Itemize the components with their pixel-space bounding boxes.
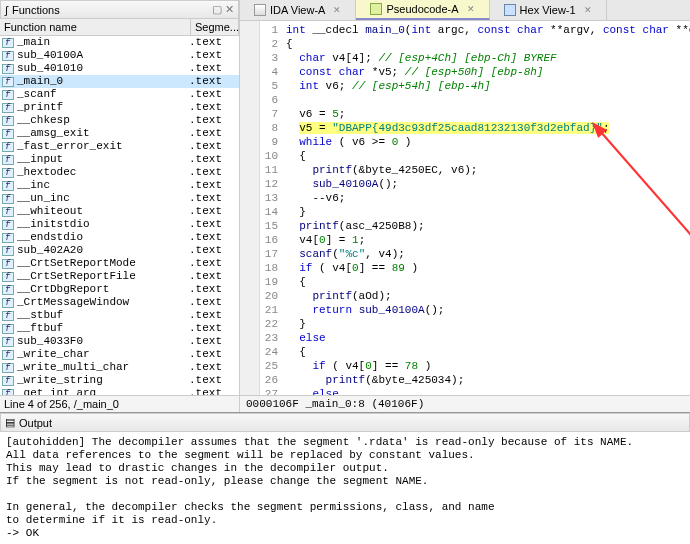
functions-panel: ∫ Functions ▢ ✕ Function name Segme... _… — [0, 0, 240, 412]
tab-close-icon[interactable]: ✕ — [333, 5, 341, 15]
function-row[interactable]: __chkesp.text — [0, 114, 239, 127]
code-area[interactable]: 1234567891011121314151617181920212223242… — [240, 21, 690, 395]
pseudo-icon — [370, 3, 382, 15]
function-icon — [2, 337, 14, 347]
functions-title-bar: ∫ Functions ▢ ✕ — [0, 0, 239, 19]
breakpoint-gutter[interactable] — [240, 21, 260, 395]
function-row[interactable]: _main.text — [0, 36, 239, 49]
functions-title: Functions — [12, 4, 60, 16]
function-icon — [2, 363, 14, 373]
function-icon — [2, 207, 14, 217]
ida-icon — [254, 4, 266, 16]
output-panel: ▤ Output [autohidden] The decompiler ass… — [0, 412, 690, 544]
function-row[interactable]: _printf.text — [0, 101, 239, 114]
function-row[interactable]: _fast_error_exit.text — [0, 140, 239, 153]
function-icon — [2, 259, 14, 269]
function-icon — [2, 64, 14, 74]
function-icon — [2, 77, 14, 87]
output-title: Output — [19, 417, 52, 429]
function-row[interactable]: __endstdio.text — [0, 231, 239, 244]
function-icon — [2, 311, 14, 321]
function-row[interactable]: sub_40100A.text — [0, 49, 239, 62]
functions-status: Line 4 of 256, /_main_0 — [0, 395, 239, 412]
functions-list[interactable]: _main.textsub_40100A.textsub_401010.text… — [0, 36, 239, 395]
function-row[interactable]: __input.text — [0, 153, 239, 166]
function-row[interactable]: __un_inc.text — [0, 192, 239, 205]
function-icon — [2, 90, 14, 100]
output-text[interactable]: [autohidden] The decompiler assumes that… — [0, 432, 690, 544]
hex-icon — [504, 4, 516, 16]
function-row[interactable]: __inc.text — [0, 179, 239, 192]
function-row[interactable]: _get_int_arg.text — [0, 387, 239, 395]
tab-pseudocode-a[interactable]: Pseudocode-A✕ — [356, 0, 489, 20]
function-icon — [2, 142, 14, 152]
function-row[interactable]: _hextodec.text — [0, 166, 239, 179]
function-row[interactable]: __CrtSetReportFile.text — [0, 270, 239, 283]
code-lines[interactable]: int __cdecl main_0(int argc, const char … — [282, 21, 690, 395]
function-icon — [2, 38, 14, 48]
function-row[interactable]: sub_401010.text — [0, 62, 239, 75]
tab-close-icon[interactable]: ✕ — [584, 5, 592, 15]
function-icon — [2, 220, 14, 230]
tab-ida-view-a[interactable]: IDA View-A✕ — [240, 0, 356, 20]
function-row[interactable]: _CrtMessageWindow.text — [0, 296, 239, 309]
line-numbers: 1234567891011121314151617181920212223242… — [260, 21, 282, 395]
function-icon — [2, 324, 14, 334]
function-icon — [2, 298, 14, 308]
function-row[interactable]: __CrtDbgReport.text — [0, 283, 239, 296]
right-panel: IDA View-A✕Pseudocode-A✕Hex View-1✕ 1234… — [240, 0, 690, 412]
col-segment[interactable]: Segme... — [191, 19, 239, 35]
function-row[interactable]: sub_4033F0.text — [0, 335, 239, 348]
function-icon — [2, 51, 14, 61]
output-icon: ▤ — [5, 416, 15, 429]
function-row[interactable]: _scanf.text — [0, 88, 239, 101]
view-tabs: IDA View-A✕Pseudocode-A✕Hex View-1✕ — [240, 0, 690, 21]
function-icon — [2, 168, 14, 178]
close-icon[interactable]: ▢ ✕ — [212, 3, 234, 16]
function-row[interactable]: __ftbuf.text — [0, 322, 239, 335]
function-row[interactable]: _write_string.text — [0, 374, 239, 387]
function-icon — [2, 181, 14, 191]
functions-icon: ∫ — [5, 4, 8, 16]
function-icon — [2, 246, 14, 256]
function-row[interactable]: __whiteout.text — [0, 205, 239, 218]
function-row[interactable]: __initstdio.text — [0, 218, 239, 231]
function-row[interactable]: __CrtSetReportMode.text — [0, 257, 239, 270]
function-row[interactable]: __stbuf.text — [0, 309, 239, 322]
function-icon — [2, 272, 14, 282]
functions-column-header[interactable]: Function name Segme... — [0, 19, 239, 36]
function-row[interactable]: sub_402A20.text — [0, 244, 239, 257]
tab-hex-view-1[interactable]: Hex View-1✕ — [490, 0, 607, 20]
code-status: 0000106F _main_0:8 (40106F) — [240, 395, 690, 412]
function-icon — [2, 194, 14, 204]
function-row[interactable]: _write_multi_char.text — [0, 361, 239, 374]
function-icon — [2, 350, 14, 360]
function-icon — [2, 155, 14, 165]
function-icon — [2, 233, 14, 243]
tab-close-icon[interactable]: ✕ — [467, 4, 475, 14]
function-icon — [2, 129, 14, 139]
function-icon — [2, 103, 14, 113]
function-icon — [2, 116, 14, 126]
output-title-bar: ▤ Output — [0, 413, 690, 432]
col-function-name[interactable]: Function name — [0, 19, 191, 35]
function-icon — [2, 389, 14, 396]
function-row[interactable]: _write_char.text — [0, 348, 239, 361]
function-icon — [2, 285, 14, 295]
function-icon — [2, 376, 14, 386]
function-row[interactable]: _main_0.text — [0, 75, 239, 88]
function-row[interactable]: __amsg_exit.text — [0, 127, 239, 140]
